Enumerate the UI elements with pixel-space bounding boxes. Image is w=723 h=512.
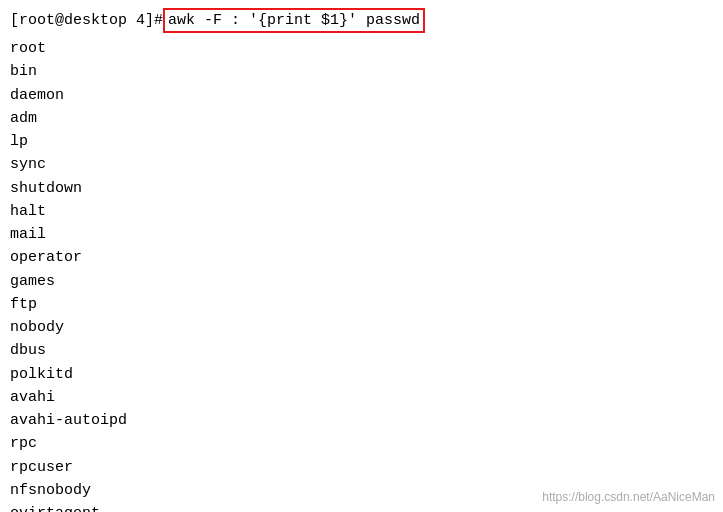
output-line: nobody — [10, 316, 713, 339]
output-line: halt — [10, 200, 713, 223]
output-line: ftp — [10, 293, 713, 316]
output-line: polkitd — [10, 363, 713, 386]
output-line: lp — [10, 130, 713, 153]
terminal-window: [root@desktop 4]# awk -F : '{print $1}' … — [0, 0, 723, 512]
output-line: rpc — [10, 432, 713, 455]
output-container: rootbindaemonadmlpsyncshutdownhaltmailop… — [10, 37, 713, 512]
output-line: bin — [10, 60, 713, 83]
output-line: adm — [10, 107, 713, 130]
output-line: operator — [10, 246, 713, 269]
command-box[interactable]: awk -F : '{print $1}' passwd — [163, 8, 425, 33]
output-line: root — [10, 37, 713, 60]
output-line: games — [10, 270, 713, 293]
output-line: shutdown — [10, 177, 713, 200]
output-line: avahi-autoipd — [10, 409, 713, 432]
output-line: rpcuser — [10, 456, 713, 479]
output-line: daemon — [10, 84, 713, 107]
prompt-text: [root@desktop 4]# — [10, 12, 163, 29]
output-line: dbus — [10, 339, 713, 362]
output-line: sync — [10, 153, 713, 176]
watermark: https://blog.csdn.net/AaNiceMan — [542, 490, 715, 504]
output-line: mail — [10, 223, 713, 246]
output-line: avahi — [10, 386, 713, 409]
prompt-line: [root@desktop 4]# awk -F : '{print $1}' … — [10, 8, 713, 33]
